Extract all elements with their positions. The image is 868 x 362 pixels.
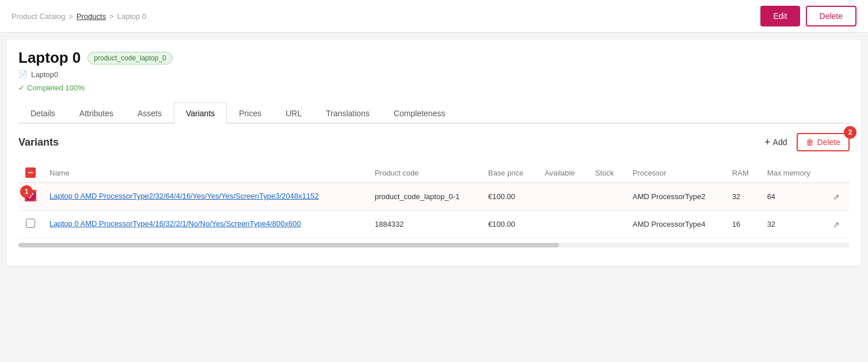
tabs-container: Details Attributes Assets Variants Price… bbox=[18, 101, 850, 124]
row2-edit-icon[interactable]: ⇗ bbox=[833, 220, 840, 229]
tab-translations[interactable]: Translations bbox=[314, 102, 382, 124]
variants-actions: + Add 🗑 Delete 2 bbox=[764, 133, 850, 151]
top-bar: Product Catalog > Products > Laptop 0 Ed… bbox=[0, 0, 868, 33]
col-actions bbox=[826, 163, 850, 183]
delete-variant-label: Delete bbox=[817, 138, 840, 147]
col-processor: Processor bbox=[626, 163, 725, 183]
variants-title: Variants bbox=[18, 136, 59, 148]
breadcrumb-current: Laptop 0 bbox=[117, 12, 147, 21]
variants-table: − Name Product code Base price Available… bbox=[18, 163, 850, 238]
row1-checkbox-wrapper: 1 bbox=[26, 191, 35, 202]
col-base-price: Base price bbox=[481, 163, 538, 183]
row2-base-price: €100.00 bbox=[481, 211, 538, 238]
col-available: Available bbox=[538, 163, 588, 183]
tab-completeness[interactable]: Completeness bbox=[382, 102, 458, 124]
breadcrumb-product-catalog: Product Catalog bbox=[12, 12, 65, 21]
top-actions: Edit Delete bbox=[760, 6, 856, 26]
row2-checkbox[interactable] bbox=[26, 219, 35, 228]
delete-variant-button[interactable]: 🗑 Delete bbox=[797, 133, 850, 151]
delete-top-button[interactable]: Delete bbox=[806, 6, 856, 26]
row1-edit-icon[interactable]: ⇗ bbox=[833, 192, 840, 201]
trash-icon: 🗑 bbox=[806, 138, 814, 147]
file-icon: 📄 bbox=[18, 70, 28, 79]
variants-section: Variants + Add 🗑 Delete 2 bbox=[18, 124, 850, 257]
row2-product-link[interactable]: Laptop 0 AMD ProcessorType4/16/32/2/1/No… bbox=[50, 219, 301, 228]
scrollbar-thumb bbox=[18, 243, 559, 247]
badge-1: 1 bbox=[20, 185, 33, 198]
add-label: Add bbox=[773, 138, 787, 147]
row1-product-code: product_code_laptop_0-1 bbox=[368, 183, 481, 211]
row2-checkbox-cell bbox=[18, 211, 43, 238]
tab-details[interactable]: Details bbox=[18, 102, 67, 124]
col-name: Name bbox=[43, 163, 368, 183]
completion-text: Completed 100% bbox=[27, 83, 85, 92]
row2-stock bbox=[588, 211, 626, 238]
breadcrumb-products-link[interactable]: Products bbox=[77, 12, 106, 21]
row1-checkbox-cell: 1 bbox=[18, 183, 43, 211]
horizontal-scrollbar[interactable] bbox=[18, 243, 850, 247]
page-wrapper: Product Catalog > Products > Laptop 0 Ed… bbox=[0, 0, 868, 362]
row2-processor: AMD ProcessorType4 bbox=[626, 211, 725, 238]
file-ref-text: Laptop0 bbox=[31, 70, 58, 79]
variants-header: Variants + Add 🗑 Delete 2 bbox=[18, 133, 850, 151]
select-all-col: − bbox=[18, 163, 43, 183]
row1-product-link[interactable]: Laptop 0 AMD ProcessorType2/32/64/4/16/Y… bbox=[50, 192, 319, 200]
edit-button[interactable]: Edit bbox=[760, 6, 800, 26]
add-button[interactable]: + Add bbox=[764, 136, 787, 148]
row2-name: Laptop 0 AMD ProcessorType4/16/32/2/1/No… bbox=[43, 211, 368, 238]
delete-button-wrapper: 🗑 Delete 2 bbox=[797, 133, 850, 151]
table-header-row: − Name Product code Base price Available… bbox=[18, 163, 850, 183]
product-code-badge: product_code_laptop_0 bbox=[87, 52, 172, 64]
col-ram: RAM bbox=[725, 163, 760, 183]
col-product-code: Product code bbox=[368, 163, 481, 183]
plus-icon: + bbox=[764, 136, 771, 148]
breadcrumb-separator-1: > bbox=[68, 12, 73, 21]
tab-attributes[interactable]: Attributes bbox=[67, 102, 125, 124]
row1-edit: ⇗ bbox=[826, 183, 850, 211]
completion-status: ✓ Completed 100% bbox=[18, 83, 850, 92]
variants-table-container: − Name Product code Base price Available… bbox=[18, 163, 850, 247]
breadcrumb-separator-2: > bbox=[109, 12, 114, 21]
row2-edit: ⇗ bbox=[826, 211, 850, 238]
row2-available bbox=[538, 211, 588, 238]
tab-prices[interactable]: Prices bbox=[227, 102, 273, 124]
breadcrumb: Product Catalog > Products > Laptop 0 bbox=[12, 12, 146, 21]
check-icon: ✓ bbox=[18, 83, 25, 92]
product-title: Laptop 0 bbox=[18, 49, 81, 67]
tab-variants[interactable]: Variants bbox=[174, 102, 227, 124]
tab-assets[interactable]: Assets bbox=[125, 102, 174, 124]
row1-available bbox=[538, 183, 588, 211]
row1-base-price: €100.00 bbox=[481, 183, 538, 211]
table-row: 1 Laptop 0 AMD ProcessorType2/32/64/4/16… bbox=[18, 183, 850, 211]
badge-2: 2 bbox=[844, 126, 856, 139]
row1-stock bbox=[588, 183, 626, 211]
row1-name: Laptop 0 AMD ProcessorType2/32/64/4/16/Y… bbox=[43, 183, 368, 211]
table-row: Laptop 0 AMD ProcessorType4/16/32/2/1/No… bbox=[18, 211, 850, 238]
select-all-minus-button[interactable]: − bbox=[25, 167, 36, 178]
row2-max-memory: 32 bbox=[760, 211, 826, 238]
row1-ram: 32 bbox=[725, 183, 760, 211]
main-content: Laptop 0 product_code_laptop_0 📄 Laptop0… bbox=[7, 40, 861, 266]
row1-max-memory: 64 bbox=[760, 183, 826, 211]
col-max-memory: Max memory bbox=[760, 163, 826, 183]
col-stock: Stock bbox=[588, 163, 626, 183]
file-reference: 📄 Laptop0 bbox=[18, 70, 850, 79]
product-header: Laptop 0 product_code_laptop_0 bbox=[18, 49, 850, 67]
tab-url[interactable]: URL bbox=[273, 102, 314, 124]
row1-processor: AMD ProcessorType2 bbox=[626, 183, 725, 211]
row2-product-code: 1884332 bbox=[368, 211, 481, 238]
row2-ram: 16 bbox=[725, 211, 760, 238]
